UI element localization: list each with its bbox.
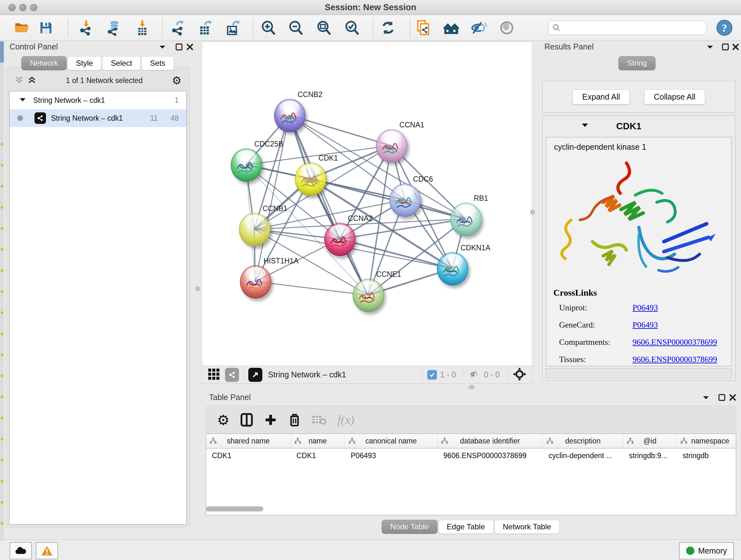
import-network-file-icon[interactable]	[78, 19, 94, 36]
search-input[interactable]	[561, 23, 706, 33]
memory-label: Memory	[698, 546, 727, 556]
collapse-all-button[interactable]: Collapse All	[644, 89, 705, 105]
export-table-icon[interactable]	[197, 19, 213, 36]
network-edge[interactable]	[310, 179, 466, 219]
save-session-icon[interactable]	[38, 19, 54, 36]
selected-checkbox-icon[interactable]	[427, 370, 437, 380]
table-horizontal-scrollbar[interactable]	[206, 506, 263, 511]
table-tab-node-table[interactable]: Node Table	[382, 520, 437, 534]
tab-sets[interactable]: Sets	[141, 56, 174, 70]
zoom-out-icon[interactable]	[287, 19, 304, 36]
apply-layout-icon[interactable]	[380, 19, 396, 36]
control-panel-close-icon[interactable]	[186, 43, 194, 52]
open-external-arrow-icon[interactable]	[248, 368, 262, 382]
column-header-namespace[interactable]: namespace	[677, 434, 736, 448]
warning-icon	[41, 545, 53, 556]
network-collection-row[interactable]: String Network – cdk1 1	[10, 91, 186, 109]
results-panel-close-icon[interactable]	[731, 43, 740, 52]
table-cell[interactable]: cyclin-dependent ...	[543, 451, 623, 460]
crosslink-value-link[interactable]: P06493	[632, 303, 658, 313]
splitter-grip[interactable]	[530, 210, 535, 214]
network-row[interactable]: String Network – cdk1 11 48	[10, 109, 186, 127]
gene-collapse-icon[interactable]	[581, 122, 589, 130]
network-node-rb1[interactable]	[450, 203, 482, 236]
show-columns-icon[interactable]	[240, 413, 253, 427]
table-cell[interactable]: 9606.ENSP00000378699	[437, 451, 543, 460]
collapse-all-networks-icon[interactable]	[14, 75, 24, 86]
network-node-hist1h1a[interactable]	[240, 265, 271, 299]
column-header--id[interactable]: @id	[623, 434, 677, 448]
table-cell[interactable]: stringdb:9...	[623, 451, 677, 460]
tab-style[interactable]: Style	[67, 56, 102, 70]
copy-style-icon[interactable]	[415, 19, 431, 36]
column-header-canonical-name[interactable]: canonical name	[345, 434, 437, 448]
table-cell[interactable]: stringdb	[677, 451, 736, 460]
table-row[interactable]: CDK1CDK1P064939606.ENSP00000378699cyclin…	[206, 449, 736, 462]
network-edge[interactable]	[255, 282, 368, 295]
show-all-eye-icon[interactable]	[498, 19, 515, 36]
network-options-gear-icon[interactable]: ⚙	[172, 74, 182, 87]
network-node-cdk1[interactable]	[295, 163, 326, 196]
string-network-badge-icon[interactable]	[225, 368, 239, 382]
crosslink-value-link[interactable]: 9606.ENSP00000378699	[632, 337, 717, 347]
help-icon[interactable]: ?	[716, 19, 733, 36]
expand-all-networks-icon[interactable]	[27, 75, 37, 86]
function-builder-icon[interactable]: f(x)	[337, 413, 354, 427]
export-network-icon[interactable]	[170, 19, 186, 36]
fit-content-crosshair-icon[interactable]	[512, 367, 527, 383]
warning-button[interactable]	[36, 542, 58, 559]
column-header-name[interactable]: name	[291, 434, 345, 448]
export-image-icon[interactable]	[224, 19, 241, 36]
zoom-in-icon[interactable]	[260, 19, 276, 36]
hide-selected-eye-icon[interactable]	[470, 19, 487, 36]
open-session-icon[interactable]	[13, 19, 30, 36]
cloud-button[interactable]	[10, 542, 32, 559]
table-cell[interactable]: CDK1	[206, 451, 291, 460]
column-header-database-identifier[interactable]: database identifier	[437, 434, 543, 448]
network-node-ccnb2[interactable]	[274, 99, 306, 132]
results-tab-string[interactable]: String	[618, 56, 656, 70]
column-header-shared-name[interactable]: shared name	[206, 434, 291, 448]
results-panel-float-icon[interactable]	[721, 43, 730, 52]
control-panel-float-icon[interactable]	[175, 43, 183, 52]
crosslink-value-link[interactable]: P06493	[632, 320, 658, 330]
table-panel-close-icon[interactable]	[729, 393, 737, 403]
table-tab-network-table[interactable]: Network Table	[494, 520, 560, 534]
network-node-cdc25b[interactable]	[231, 148, 262, 182]
network-node-ccnb1[interactable]	[239, 213, 270, 246]
results-panel-menu-icon[interactable]	[706, 44, 714, 52]
control-panel-menu-icon[interactable]	[158, 44, 166, 52]
expand-all-button[interactable]: Expand All	[572, 89, 630, 105]
network-edge[interactable]	[289, 115, 368, 295]
birdseye-grid-icon[interactable]	[207, 368, 220, 382]
import-network-database-icon[interactable]	[105, 19, 122, 36]
network-node-ccna1[interactable]	[376, 129, 407, 163]
table-panel-float-icon[interactable]	[718, 393, 726, 403]
table-cell[interactable]: CDK1	[291, 451, 345, 460]
table-tab-edge-table[interactable]: Edge Table	[438, 520, 494, 534]
table-panel-menu-icon[interactable]	[702, 394, 710, 402]
delete-table-icon[interactable]	[312, 414, 327, 426]
network-node-ccna2[interactable]	[324, 223, 355, 256]
table-cell[interactable]: P06493	[345, 451, 437, 460]
import-table-icon[interactable]	[134, 19, 151, 36]
table-options-gear-icon[interactable]: ⚙	[217, 412, 229, 428]
network-node-cdc6[interactable]	[389, 184, 421, 217]
delete-column-trash-icon[interactable]	[288, 413, 301, 427]
splitter-grip[interactable]	[468, 385, 475, 389]
tab-network[interactable]: Network	[21, 56, 67, 70]
network-canvas[interactable]: CCNB2CCNA1CDC25BCDK1CDC6RB1CCNB1CCNA2CDK…	[202, 42, 532, 366]
crosslink-value-link[interactable]: 9606.ENSP00000378699	[632, 355, 717, 364]
memory-button[interactable]: Memory	[679, 542, 734, 559]
network-node-label: RB1	[474, 194, 488, 203]
zoom-fit-icon[interactable]	[315, 19, 332, 36]
column-header-description[interactable]: description	[543, 434, 623, 448]
tab-select[interactable]: Select	[102, 56, 141, 70]
network-node-cdkn1a[interactable]	[437, 252, 468, 286]
create-column-plus-icon[interactable]	[264, 413, 277, 427]
string-home-icon[interactable]	[443, 19, 460, 36]
splitter-grip[interactable]	[195, 287, 200, 291]
tree-expand-icon[interactable]	[19, 96, 26, 105]
zoom-selected-icon[interactable]	[343, 19, 360, 36]
network-node-ccne1[interactable]	[353, 279, 384, 312]
